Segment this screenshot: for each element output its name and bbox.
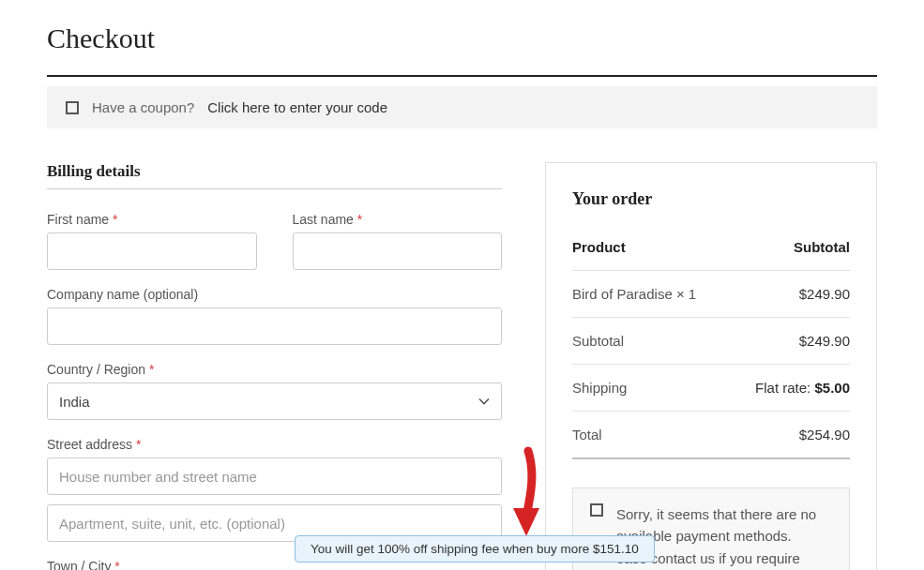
billing-divider: [47, 188, 502, 189]
required-mark: *: [357, 212, 362, 227]
tooltip-text: You will get 100% off shipping fee when …: [311, 542, 639, 556]
required-mark: *: [114, 559, 119, 570]
coupon-icon: [66, 101, 79, 114]
street-address-1-input[interactable]: [47, 458, 502, 495]
chevron-down-icon: [478, 396, 490, 407]
coupon-bar: Have a coupon? Click here to enter your …: [47, 86, 877, 128]
order-subtotal-row: Subtotal $249.90: [572, 318, 850, 365]
shipping-rate-prefix: Flat rate:: [755, 380, 810, 396]
billing-column: Billing details First name * Last name *: [47, 162, 502, 570]
order-item-price: $249.90: [799, 286, 850, 302]
order-header-row: Product Subtotal: [572, 239, 850, 271]
billing-heading: Billing details: [47, 162, 502, 181]
order-item-row: Bird of Paradise × 1 $249.90: [572, 271, 850, 318]
last-name-input[interactable]: [293, 232, 503, 270]
shipping-discount-tooltip: You will get 100% off shipping fee when …: [295, 535, 655, 562]
required-mark: *: [113, 212, 117, 227]
order-heading: Your order: [572, 189, 850, 209]
required-mark: *: [149, 362, 154, 377]
country-value: India: [59, 394, 90, 410]
title-divider: [47, 75, 877, 77]
coupon-link[interactable]: Click here to enter your code: [207, 99, 387, 115]
street-group: Street address *: [47, 437, 502, 542]
country-label-text: Country / Region: [47, 362, 145, 377]
country-select[interactable]: India: [47, 382, 502, 420]
shipping-rate-value: $5.00: [814, 380, 850, 396]
first-name-input[interactable]: [47, 232, 257, 270]
country-label: Country / Region *: [47, 362, 502, 377]
country-group: Country / Region * India: [47, 362, 502, 420]
town-label-text: Town / City: [47, 559, 111, 570]
company-input[interactable]: [47, 308, 502, 345]
first-name-label: First name *: [47, 212, 257, 227]
order-col-product: Product: [572, 239, 626, 255]
order-total-label: Total: [572, 427, 602, 442]
company-label: Company name (optional): [47, 287, 502, 302]
page-title: Checkout: [47, 22, 877, 54]
order-subtotal-value: $249.90: [799, 333, 850, 349]
order-subtotal-label: Subtotal: [572, 333, 624, 349]
notice-icon: [590, 503, 603, 517]
last-name-label: Last name *: [293, 212, 503, 227]
required-mark: *: [136, 437, 141, 452]
last-name-group: Last name *: [293, 212, 503, 270]
order-summary: Your order Product Subtotal Bird of Para…: [545, 162, 877, 570]
company-group: Company name (optional): [47, 287, 502, 345]
order-shipping-label: Shipping: [572, 380, 627, 396]
order-shipping-value: Flat rate: $5.00: [755, 380, 850, 396]
payment-notice-line1: Sorry, it seems that there are no: [616, 503, 816, 525]
last-name-label-text: Last name: [293, 212, 354, 227]
order-shipping-row: Shipping Flat rate: $5.00: [572, 365, 850, 412]
order-item-name: Bird of Paradise × 1: [572, 286, 696, 302]
first-name-label-text: First name: [47, 212, 109, 227]
first-name-group: First name *: [47, 212, 257, 270]
order-total-value: $254.90: [799, 427, 850, 442]
order-col-subtotal: Subtotal: [794, 239, 850, 255]
order-total-row: Total $254.90: [572, 412, 850, 459]
street-label: Street address *: [47, 437, 502, 452]
coupon-prompt: Have a coupon?: [92, 99, 194, 115]
street-label-text: Street address: [47, 437, 132, 452]
